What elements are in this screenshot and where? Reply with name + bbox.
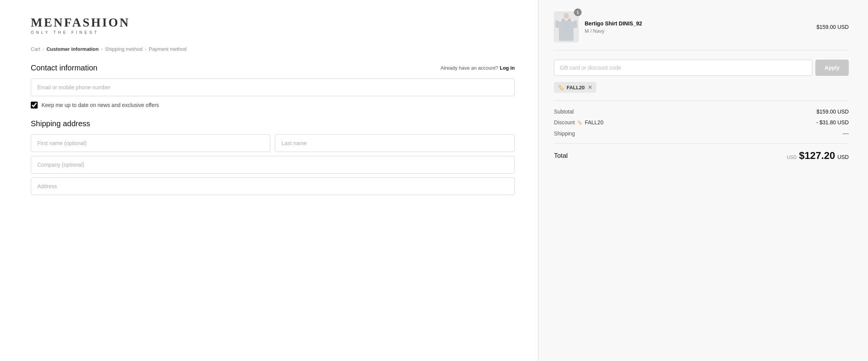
shipping-row: Shipping —	[554, 130, 849, 137]
logo-area: MENFASHION ONLY THE FINEST	[31, 15, 515, 35]
product-image-wrap: 1	[554, 12, 579, 42]
discount-label: Discount	[554, 119, 575, 125]
svg-point-9	[567, 30, 569, 32]
discount-code-display: FALL20	[585, 119, 603, 125]
newsletter-label: Keep me up to date on news and exclusive…	[42, 102, 159, 108]
coupon-code-label: FALL20	[567, 85, 585, 90]
logo-tagline: ONLY THE FINEST	[31, 30, 515, 35]
email-phone-input[interactable]	[31, 79, 515, 96]
total-currency-prefix: USD	[787, 155, 796, 160]
subtotal-label: Subtotal	[554, 109, 574, 115]
total-currency-suffix: USD	[837, 154, 849, 160]
logo-brand: MENFASHION	[31, 15, 515, 30]
product-price: $159.00 USD	[816, 24, 849, 30]
total-amount: $127.20	[799, 150, 835, 162]
discount-row: Discount 🏷️ FALL20 - $31.80 USD	[554, 119, 849, 125]
svg-point-7	[568, 26, 569, 27]
coupon-remove-button[interactable]: ✕	[588, 84, 592, 90]
total-label: Total	[554, 152, 568, 160]
shipping-section-title: Shipping address	[31, 119, 515, 128]
shipping-label: Shipping	[554, 130, 575, 137]
product-variant: M / Navy	[585, 28, 810, 34]
breadcrumb-sep-3: ›	[145, 46, 146, 52]
svg-marker-4	[574, 20, 577, 28]
discount-value: - $31.80 USD	[816, 119, 849, 125]
breadcrumb-shipping[interactable]: Shipping method	[105, 46, 143, 52]
apply-button[interactable]: Apply	[815, 60, 849, 76]
breadcrumb: Cart › Customer information › Shipping m…	[31, 46, 515, 52]
discount-input-row: Apply	[554, 60, 849, 76]
breadcrumb-sep-1: ›	[43, 46, 44, 52]
name-row	[31, 134, 515, 152]
last-name-input[interactable]	[275, 134, 514, 152]
svg-point-10	[564, 13, 569, 18]
account-prompt-text: Already have an account?	[441, 65, 498, 71]
total-row: Total USD $127.20 USD	[554, 143, 849, 162]
subtotal-value: $159.00 USD	[816, 109, 849, 115]
svg-rect-0	[559, 22, 574, 41]
svg-point-5	[563, 25, 565, 26]
svg-point-8	[564, 28, 566, 30]
svg-point-6	[565, 23, 567, 24]
subtotal-row: Subtotal $159.00 USD	[554, 109, 849, 115]
product-name: Bertigo Shirt DINIS_92	[585, 20, 810, 27]
account-prompt: Already have an account? Log in	[441, 65, 515, 71]
left-panel: MENFASHION ONLY THE FINEST Cart › Custom…	[0, 0, 538, 361]
breadcrumb-customer-info[interactable]: Customer information	[47, 46, 99, 52]
contact-section-title: Contact information	[31, 64, 97, 72]
product-thumbnail	[554, 12, 578, 42]
product-row: 1 Bertigo Shirt DINIS_92 M / Navy $159.0…	[554, 12, 849, 50]
breadcrumb-payment[interactable]: Payment method	[149, 46, 186, 52]
breadcrumb-cart[interactable]: Cart	[31, 46, 40, 52]
order-summary: Subtotal $159.00 USD Discount 🏷️ FALL20 …	[554, 100, 849, 137]
newsletter-checkbox[interactable]	[31, 102, 38, 109]
first-name-input[interactable]	[31, 134, 270, 152]
product-info: Bertigo Shirt DINIS_92 M / Navy	[585, 20, 810, 34]
newsletter-row: Keep me up to date on news and exclusive…	[31, 102, 515, 109]
shipping-value: —	[843, 130, 849, 137]
total-value-wrap: USD $127.20 USD	[787, 150, 849, 162]
address-input[interactable]	[31, 177, 515, 195]
login-link[interactable]: Log in	[500, 65, 515, 71]
right-panel: 1 Bertigo Shirt DINIS_92 M / Navy $159.0…	[538, 0, 868, 361]
product-image	[554, 12, 579, 42]
svg-marker-3	[555, 20, 559, 28]
product-quantity-badge: 1	[574, 8, 582, 16]
discount-code-input[interactable]	[554, 60, 812, 76]
company-input[interactable]	[31, 156, 515, 174]
coupon-tag: 🏷️ FALL20 ✕	[554, 82, 596, 93]
breadcrumb-sep-2: ›	[101, 46, 103, 52]
contact-section-header: Contact information Already have an acco…	[31, 64, 515, 72]
discount-label-row: Discount 🏷️ FALL20	[554, 119, 604, 125]
discount-tag-icon: 🏷️	[577, 120, 582, 125]
tag-icon: 🏷️	[558, 84, 564, 90]
